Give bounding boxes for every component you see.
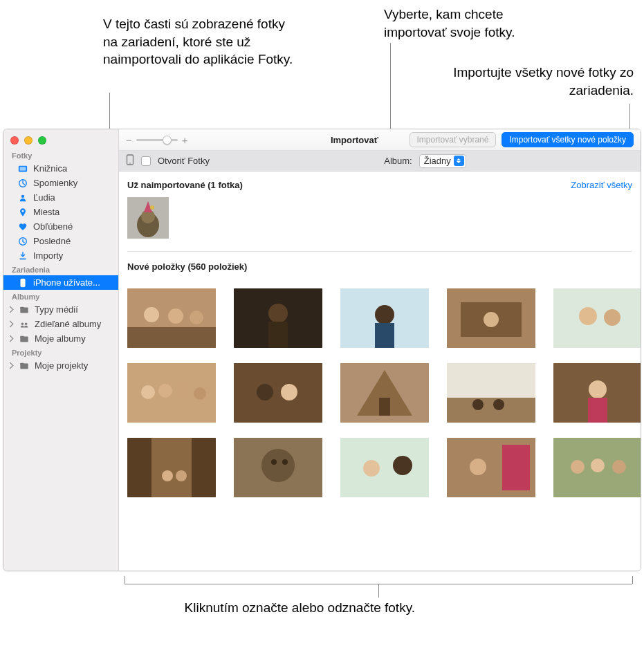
photo-thumbnail[interactable] xyxy=(553,288,641,348)
disclosure-icon xyxy=(7,306,14,313)
svg-point-71 xyxy=(470,459,486,475)
sidebar-section-albums: Albumy xyxy=(3,290,118,302)
svg-point-22 xyxy=(150,205,154,210)
svg-rect-70 xyxy=(502,445,530,490)
svg-point-26 xyxy=(168,308,183,324)
shared-icon xyxy=(19,320,30,329)
slider-track[interactable] xyxy=(136,139,178,141)
svg-rect-13 xyxy=(20,335,24,338)
photo-thumbnail[interactable] xyxy=(127,288,216,348)
svg-point-74 xyxy=(591,459,605,472)
toolbar: − + Importovať Importovať vybrané Import… xyxy=(119,129,641,151)
phone-icon xyxy=(126,154,134,167)
open-photos-label: Otvoriť Fotky xyxy=(158,156,210,166)
photo-thumbnail[interactable] xyxy=(447,288,535,348)
photo-thumbnail[interactable] xyxy=(234,363,322,423)
import-all-new-button[interactable]: Importovať všetky nové položky xyxy=(502,132,634,147)
svg-point-75 xyxy=(612,460,626,474)
svg-rect-33 xyxy=(375,323,394,348)
photo-thumbnail[interactable] xyxy=(447,438,535,497)
svg-point-32 xyxy=(375,305,394,324)
sidebar-item-label: Posledné xyxy=(33,236,71,246)
photo-thumbnail[interactable] xyxy=(553,438,641,497)
svg-point-41 xyxy=(141,385,155,399)
svg-point-60 xyxy=(162,470,173,481)
sidebar-item-device[interactable]: iPhone užívate... xyxy=(3,275,118,290)
svg-rect-30 xyxy=(268,322,288,348)
svg-rect-9 xyxy=(20,306,24,308)
svg-point-17 xyxy=(129,163,131,164)
album-selected-value: Žiadny xyxy=(424,156,451,166)
svg-point-53 xyxy=(472,399,484,410)
svg-rect-50 xyxy=(379,398,390,416)
photo-thumbnail[interactable] xyxy=(234,438,322,497)
sidebar-section-photos: Fotky xyxy=(3,149,118,161)
photo-thumbnail[interactable] xyxy=(127,363,216,423)
imported-photo-thumbnail[interactable] xyxy=(127,197,169,239)
sidebar-item-media-types[interactable]: Typy médií xyxy=(3,302,118,317)
svg-rect-24 xyxy=(127,327,216,348)
sidebar-item-memories[interactable]: Spomienky xyxy=(3,176,118,190)
svg-point-3 xyxy=(21,194,24,197)
new-items-heading: Nové položky (560 položiek) xyxy=(127,261,247,272)
import-selected-button[interactable]: Importovať vybrané xyxy=(410,132,497,147)
sidebar-section-devices: Zariadenia xyxy=(3,263,118,275)
svg-point-64 xyxy=(271,459,277,465)
sidebar-item-label: Knižnica xyxy=(33,163,67,174)
sidebar-item-label: Moje projekty xyxy=(35,360,88,371)
svg-point-43 xyxy=(176,385,190,399)
svg-point-10 xyxy=(21,322,24,325)
sidebar-item-library[interactable]: Knižnica xyxy=(3,161,118,176)
page-title: Importovať xyxy=(331,135,378,145)
svg-rect-1 xyxy=(20,167,26,170)
svg-point-29 xyxy=(268,304,288,323)
open-photos-checkbox[interactable] xyxy=(141,156,151,166)
sidebar-item-label: Zdieľané albumy xyxy=(35,319,101,329)
zoom-window-button[interactable] xyxy=(38,136,46,145)
slider-thumb[interactable] xyxy=(163,136,172,145)
sidebar-item-places[interactable]: Miesta xyxy=(3,205,118,219)
sidebar-item-shared-albums[interactable]: Zdieľané albumy xyxy=(3,317,118,331)
main-pane: − + Importovať Importovať vybrané Import… xyxy=(119,129,641,571)
album-destination-select[interactable]: Žiadny xyxy=(419,154,466,168)
leader-line xyxy=(378,584,379,598)
already-imported-heading: Už naimportované (1 fotka) xyxy=(127,180,243,190)
folder-icon xyxy=(19,361,30,371)
album-label: Album: xyxy=(384,156,412,166)
zoom-slider[interactable]: − + xyxy=(126,134,188,146)
close-window-button[interactable] xyxy=(10,136,19,145)
svg-point-68 xyxy=(393,456,412,475)
clock-icon xyxy=(17,237,28,246)
photo-thumbnail[interactable] xyxy=(340,438,429,497)
leader-line xyxy=(125,576,125,584)
photo-thumbnail[interactable] xyxy=(127,438,216,497)
places-icon xyxy=(17,207,28,217)
svg-point-73 xyxy=(571,460,585,474)
sidebar-item-imports[interactable]: Importy xyxy=(3,248,118,263)
app-window: Fotky Knižnica Spomienky Ľudia Miesta Ob… xyxy=(3,129,641,571)
svg-rect-37 xyxy=(553,288,641,348)
svg-rect-15 xyxy=(20,362,24,364)
show-all-link[interactable]: Zobraziť všetky xyxy=(571,180,632,190)
photo-thumbnail[interactable] xyxy=(340,288,429,348)
folder-icon xyxy=(19,305,30,315)
minimize-window-button[interactable] xyxy=(24,136,33,145)
svg-point-4 xyxy=(22,210,24,212)
svg-rect-66 xyxy=(340,438,429,497)
photo-thumbnail[interactable] xyxy=(447,363,535,423)
svg-point-42 xyxy=(158,384,172,398)
photo-thumbnail[interactable] xyxy=(553,363,641,423)
sidebar-item-people[interactable]: Ľudia xyxy=(3,190,118,205)
section-divider xyxy=(127,251,632,252)
sidebar-item-my-projects[interactable]: Moje projekty xyxy=(3,358,118,373)
svg-point-54 xyxy=(493,399,504,410)
callout-click-select: Kliknutím označte alebo odznačte fotky. xyxy=(152,599,415,617)
sidebar: Fotky Knižnica Spomienky Ľudia Miesta Ob… xyxy=(3,129,119,571)
sidebar-item-my-albums[interactable]: Moje albumy xyxy=(3,331,118,346)
memories-icon xyxy=(17,178,28,188)
svg-point-47 xyxy=(281,384,297,400)
photo-thumbnail[interactable] xyxy=(340,363,429,423)
photo-thumbnail[interactable] xyxy=(234,288,322,348)
sidebar-item-recent[interactable]: Posledné xyxy=(3,234,118,248)
sidebar-item-favorites[interactable]: Obľúbené xyxy=(3,219,118,234)
